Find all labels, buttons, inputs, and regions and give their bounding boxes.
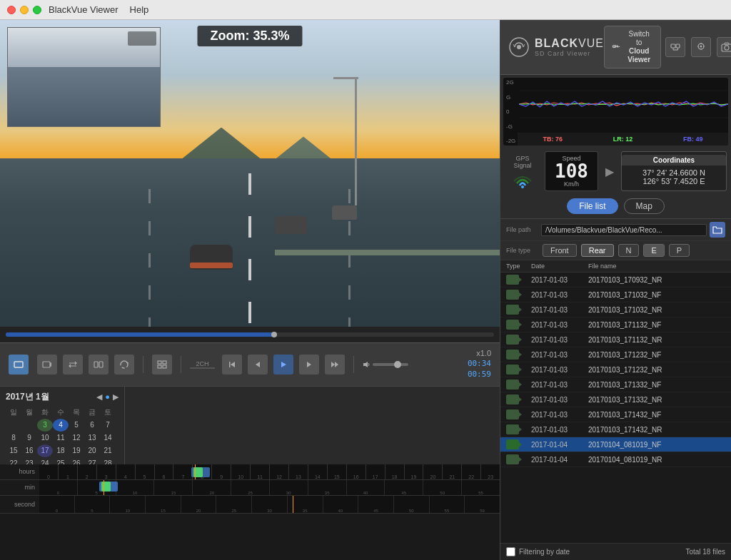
file-row[interactable]: 2017-01-03 20170103_171232_NR xyxy=(500,362,731,377)
cal-day[interactable]: 5 xyxy=(69,419,84,432)
type-p-btn[interactable]: P xyxy=(669,244,690,257)
hours-track[interactable]: 0 1 2 3 4 5 6 7 8 9 xyxy=(39,464,500,479)
cal-next[interactable]: ▶ xyxy=(113,392,119,402)
file-row[interactable]: 2017-01-03 20170103_171432_NR xyxy=(500,422,731,437)
top-buttons: Switch to Cloud Viewer xyxy=(604,26,731,68)
skip-start-btn[interactable] xyxy=(222,355,242,375)
title-bar: BlackVue Viewer Help xyxy=(0,0,731,20)
cal-day-17[interactable]: 17 xyxy=(37,444,53,457)
cal-day[interactable]: 7 xyxy=(100,419,116,432)
maximize-button[interactable] xyxy=(33,6,41,14)
time-display: 00:34 00:59 xyxy=(468,358,491,380)
file-date: 2017-01-03 xyxy=(531,381,588,389)
file-row[interactable]: 2017-01-03 20170103_171032_NF xyxy=(500,287,731,302)
front-cam-btn[interactable] xyxy=(37,355,57,375)
cal-day[interactable] xyxy=(21,419,37,432)
cal-day[interactable]: 21 xyxy=(100,444,116,457)
file-row[interactable]: 2017-01-03 20170103_171032_NR xyxy=(500,302,731,317)
minutes-track[interactable]: 0 5 10 15 20 25 30 35 40 45 50 xyxy=(39,480,500,495)
svg-point-19 xyxy=(517,45,521,49)
type-rear-btn[interactable]: Rear xyxy=(581,244,614,257)
file-row[interactable]: 2017-01-03 20170103_171332_NF xyxy=(500,377,731,392)
file-map-tabs: File list Map xyxy=(500,194,731,219)
file-row[interactable]: 2017-01-03 20170103_171432_NF xyxy=(500,407,731,422)
file-date: 2017-01-03 xyxy=(531,351,588,359)
file-row[interactable]: 2017-01-04 20170104_081019_NR xyxy=(500,452,731,467)
cal-day[interactable] xyxy=(6,419,21,432)
file-row[interactable]: 2017-01-03 20170103_171132_NF xyxy=(500,317,731,332)
cal-day[interactable]: 16 xyxy=(21,444,37,457)
file-row[interactable]: 2017-01-03 20170103_171132_NR xyxy=(500,332,731,347)
cal-day[interactable]: 10 xyxy=(37,432,53,444)
video-container: Zoom: 35.3% xyxy=(0,20,500,327)
fast-forward-btn[interactable] xyxy=(325,355,345,375)
connect-btn[interactable] xyxy=(665,37,685,57)
open-folder-btn[interactable] xyxy=(710,222,725,238)
file-type-icon xyxy=(506,275,531,285)
next-btn[interactable] xyxy=(299,355,319,375)
blackvue-text: BLACKVUE xyxy=(535,37,604,50)
close-button[interactable] xyxy=(7,6,16,14)
volume-control[interactable] xyxy=(363,361,408,368)
tab-map[interactable]: Map xyxy=(624,198,665,214)
grid-view-btn[interactable] xyxy=(152,355,172,375)
cal-prev[interactable]: ◀ xyxy=(96,392,102,402)
filter-checkbox[interactable] xyxy=(506,547,515,556)
channel-label: 2CH xyxy=(196,360,208,367)
accel-tb: TB: 76 xyxy=(543,136,563,143)
total-files: Total 18 files xyxy=(685,548,725,556)
refresh-btn[interactable] xyxy=(114,355,134,375)
single-view-btn[interactable] xyxy=(9,355,29,375)
cal-header-fri: 금 xyxy=(84,406,100,419)
cal-day[interactable]: 18 xyxy=(53,444,69,457)
file-row[interactable]: 2017-01-03 20170103_170932_NR xyxy=(500,273,731,287)
cal-day-3[interactable]: 3 xyxy=(37,419,53,432)
dual-view-btn[interactable] xyxy=(89,355,109,375)
prev-btn[interactable] xyxy=(248,355,268,375)
cal-day[interactable]: 13 xyxy=(84,432,100,444)
tab-file-list[interactable]: File list xyxy=(567,198,617,214)
cal-day[interactable]: 9 xyxy=(21,432,37,444)
play-btn[interactable] xyxy=(273,355,293,375)
file-date: 2017-01-03 xyxy=(531,336,588,344)
svg-marker-10 xyxy=(231,362,235,367)
file-row-selected[interactable]: 2017-01-04 20170104_081019_NF xyxy=(500,437,731,452)
type-front-btn[interactable]: Front xyxy=(543,244,577,257)
cal-day[interactable]: 20 xyxy=(84,444,100,457)
col-header-date: Date xyxy=(531,263,588,270)
file-name: 20170103_171332_NF xyxy=(588,381,725,389)
file-row[interactable]: 2017-01-03 20170103_171232_NF xyxy=(500,347,731,362)
cal-day[interactable]: 6 xyxy=(84,419,100,432)
cal-day[interactable]: 15 xyxy=(6,444,21,457)
location-btn[interactable] xyxy=(691,37,711,57)
cal-day[interactable]: 12 xyxy=(69,432,84,444)
accel-y-labels: 2G G 0 -G -2G xyxy=(506,78,515,146)
minimize-button[interactable] xyxy=(20,6,29,14)
cal-day[interactable]: 19 xyxy=(69,444,84,457)
filter-by-date[interactable]: Filtering by date xyxy=(506,547,570,556)
cal-day[interactable]: 8 xyxy=(6,432,21,444)
file-date: 2017-01-03 xyxy=(531,321,588,329)
type-n-btn[interactable]: N xyxy=(618,244,640,257)
file-list[interactable]: 2017-01-03 20170103_170932_NR 2017-01-03… xyxy=(500,273,731,543)
volume-slider[interactable] xyxy=(373,363,408,366)
camera-btn[interactable] xyxy=(717,37,731,57)
col-header-type: Type xyxy=(506,263,531,270)
menu-blackvue[interactable]: BlackVue Viewer xyxy=(49,4,119,15)
seconds-track[interactable]: 0 5 10 15 20 25 30 35 40 45 50 xyxy=(39,496,500,513)
file-path-row: File path /Volumes/Blackvue/BlackVue/Rec… xyxy=(500,219,731,241)
cal-dot[interactable]: ● xyxy=(105,392,110,402)
switch-to-cloud-btn[interactable]: Switch to Cloud Viewer xyxy=(604,26,661,68)
thumbnail-overlay[interactable] xyxy=(7,27,161,127)
filter-row: Filtering by date Total 18 files xyxy=(500,543,731,560)
cal-day[interactable]: 14 xyxy=(100,432,116,444)
type-e-btn[interactable]: E xyxy=(643,244,664,257)
file-name: 20170103_171032_NR xyxy=(588,306,725,314)
file-date: 2017-01-03 xyxy=(531,366,588,374)
progress-bar-area[interactable] xyxy=(0,327,500,342)
file-row[interactable]: 2017-01-03 20170103_171332_NR xyxy=(500,392,731,407)
cal-day-4[interactable]: 4 xyxy=(53,419,69,432)
cal-day[interactable]: 11 xyxy=(53,432,69,444)
menu-help[interactable]: Help xyxy=(130,4,149,15)
swap-btn[interactable] xyxy=(63,355,83,375)
